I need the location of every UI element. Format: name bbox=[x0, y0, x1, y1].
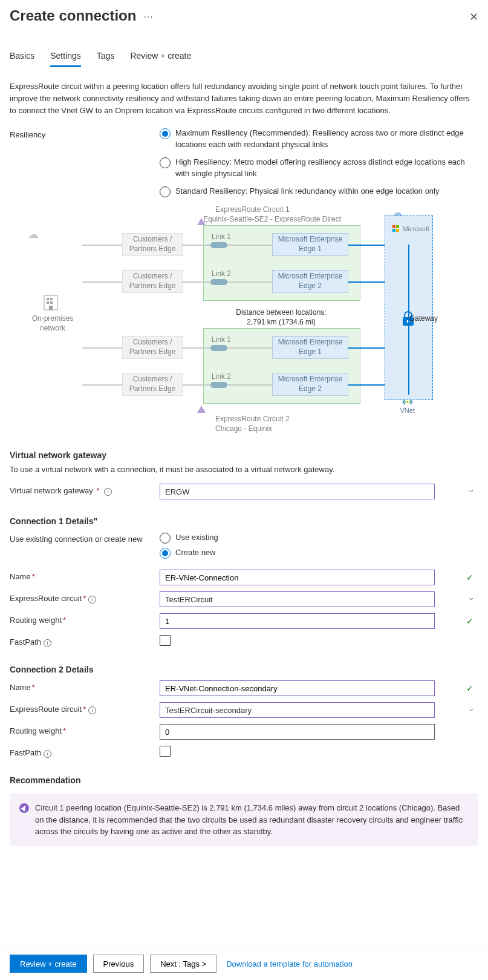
info-icon[interactable]: i bbox=[44, 639, 51, 647]
svg-rect-2 bbox=[50, 298, 53, 300]
conn1-new-label: Create new bbox=[175, 547, 215, 559]
gateway-label: Gateway bbox=[409, 314, 438, 323]
link2b-pill bbox=[210, 382, 227, 388]
circuit2-title: ExpressRoute Circuit 2 bbox=[215, 414, 290, 424]
close-icon[interactable]: ✕ bbox=[469, 10, 478, 24]
svg-point-8 bbox=[406, 401, 408, 403]
info-icon[interactable]: i bbox=[104, 488, 112, 496]
conn1-weight-input[interactable] bbox=[160, 613, 435, 629]
tab-tags[interactable]: Tags bbox=[97, 47, 115, 67]
microsoft-logo: Microsoft bbox=[392, 225, 429, 232]
more-icon[interactable]: ··· bbox=[143, 12, 153, 22]
conn1-section-title: Connection 1 Details" bbox=[10, 516, 478, 526]
conn2-circuit-label: ExpressRoute circuit bbox=[10, 705, 82, 714]
compass-icon bbox=[19, 803, 29, 813]
conn2-weight-label: Routing weight bbox=[10, 726, 62, 735]
previous-button[interactable]: Previous bbox=[93, 955, 145, 973]
footer: Review + create Previous Next : Tags > D… bbox=[0, 947, 488, 980]
svg-point-10 bbox=[409, 401, 411, 403]
page-title: Create connection bbox=[10, 7, 136, 24]
cust-edge-1: Customers / Partners Edge bbox=[122, 233, 183, 256]
conn1-name-label: Name bbox=[10, 572, 31, 581]
resiliency-radio-standard[interactable] bbox=[160, 186, 171, 197]
download-template-link[interactable]: Download a template for automation bbox=[226, 959, 353, 968]
chevron-down-icon: ⌵ bbox=[469, 486, 473, 494]
onprem-label: On-premises network bbox=[25, 314, 80, 333]
vng-section-title: Virtual network gateway bbox=[10, 450, 478, 460]
checkmark-icon: ✓ bbox=[466, 573, 473, 582]
conn2-fastpath-checkbox[interactable] bbox=[160, 746, 171, 757]
checkmark-icon: ✓ bbox=[466, 683, 473, 693]
cloud-icon: ☁ bbox=[28, 228, 39, 241]
svg-rect-1 bbox=[47, 298, 49, 300]
link2b-label: Link 2 bbox=[212, 372, 231, 381]
recommendation-title: Recommendation bbox=[10, 775, 478, 785]
conn1-fastpath-label: FastPath bbox=[10, 637, 41, 646]
svg-rect-4 bbox=[50, 301, 53, 304]
svg-rect-3 bbox=[47, 301, 49, 304]
conn2-name-label: Name bbox=[10, 683, 31, 692]
resiliency-label: Resiliency bbox=[10, 128, 160, 139]
distance-line1: Distance between locations: bbox=[224, 307, 339, 317]
conn1-weight-label: Routing weight bbox=[10, 616, 62, 625]
circuit1-sub: Equinix-Seattle-SE2 - ExpressRoute Direc… bbox=[203, 214, 341, 224]
conn1-mode-label: Use existing connection or create new bbox=[10, 532, 160, 544]
msee1-b: Microsoft Enterprise Edge 1 bbox=[272, 336, 348, 359]
link1-label: Link 1 bbox=[212, 232, 231, 241]
link1b-label: Link 1 bbox=[212, 335, 231, 344]
msee2-a: Microsoft Enterprise Edge 2 bbox=[272, 270, 348, 293]
link2-pill bbox=[210, 279, 227, 285]
conn2-fastpath-label: FastPath bbox=[10, 748, 41, 757]
cust-edge-2: Customers / Partners Edge bbox=[122, 270, 183, 293]
circuit1-title: ExpressRoute Circuit 1 bbox=[215, 205, 290, 214]
conn2-circuit-dropdown[interactable]: TestERCircuit-secondary bbox=[160, 702, 435, 718]
chevron-down-icon: ⌵ bbox=[469, 705, 473, 712]
chevron-down-icon: ⌵ bbox=[469, 594, 473, 602]
recommendation-text: Circuit 1 peering location (Equinix-Seat… bbox=[35, 802, 469, 838]
triangle-icon bbox=[197, 218, 206, 225]
conn1-name-input[interactable] bbox=[160, 570, 435, 585]
conn1-existing-label: Use existing bbox=[175, 532, 218, 544]
info-icon[interactable]: i bbox=[44, 750, 51, 758]
conn1-radio-existing[interactable] bbox=[160, 533, 171, 544]
conn1-circuit-dropdown[interactable]: TestERCircuit bbox=[160, 591, 435, 607]
tabs: Basics Settings Tags Review + create bbox=[10, 47, 478, 67]
tab-settings[interactable]: Settings bbox=[50, 47, 81, 67]
cust-edge-3: Customers / Partners Edge bbox=[122, 336, 183, 359]
msee2-b: Microsoft Enterprise Edge 2 bbox=[272, 373, 348, 396]
svg-rect-5 bbox=[49, 306, 53, 310]
building-icon bbox=[43, 294, 59, 313]
svg-point-9 bbox=[404, 401, 406, 403]
tab-review[interactable]: Review + create bbox=[130, 47, 191, 67]
conn1-radio-new[interactable] bbox=[160, 548, 171, 559]
topology-diagram: ☁ On-premises network ExpressRoute Circu… bbox=[22, 209, 433, 433]
vnet-label: VNet bbox=[400, 398, 415, 414]
intro-text: ExpressRoute circuit within a peering lo… bbox=[10, 81, 478, 117]
conn2-weight-input[interactable] bbox=[160, 724, 435, 740]
next-button[interactable]: Next : Tags > bbox=[150, 955, 216, 973]
resiliency-radio-max[interactable] bbox=[160, 128, 171, 139]
vng-desc: To use a virtual network with a connecti… bbox=[10, 464, 478, 476]
conn1-fastpath-checkbox[interactable] bbox=[160, 635, 171, 646]
resiliency-max-label: Maximum Resiliency (Recommended): Resili… bbox=[175, 128, 478, 151]
info-icon[interactable]: i bbox=[88, 596, 96, 603]
recommendation-box: Circuit 1 peering location (Equinix-Seat… bbox=[10, 794, 478, 846]
triangle-icon-b bbox=[197, 406, 206, 413]
info-icon[interactable]: i bbox=[88, 706, 96, 714]
cust-edge-4: Customers / Partners Edge bbox=[122, 373, 183, 396]
circuit2-sub: Chicago - Equinix bbox=[215, 424, 272, 433]
link2-label: Link 2 bbox=[212, 269, 231, 278]
tab-basics[interactable]: Basics bbox=[10, 47, 34, 67]
distance-line2: 2,791 km (1734.6 mi) bbox=[224, 317, 339, 327]
resiliency-radio-high[interactable] bbox=[160, 157, 171, 168]
conn2-name-input[interactable] bbox=[160, 680, 435, 696]
resiliency-standard-label: Standard Resiliency: Physical link redun… bbox=[175, 186, 439, 197]
msee1-a: Microsoft Enterprise Edge 1 bbox=[272, 233, 348, 256]
link1-pill bbox=[210, 242, 227, 248]
vng-label: Virtual network gateway bbox=[10, 486, 93, 495]
conn1-circuit-label: ExpressRoute circuit bbox=[10, 594, 82, 603]
vng-dropdown[interactable]: ERGW bbox=[160, 484, 435, 499]
review-create-button[interactable]: Review + create bbox=[10, 955, 87, 973]
resiliency-high-label: High Resiliency: Metro model offering re… bbox=[175, 157, 478, 180]
conn2-section-title: Connection 2 Details bbox=[10, 665, 478, 674]
